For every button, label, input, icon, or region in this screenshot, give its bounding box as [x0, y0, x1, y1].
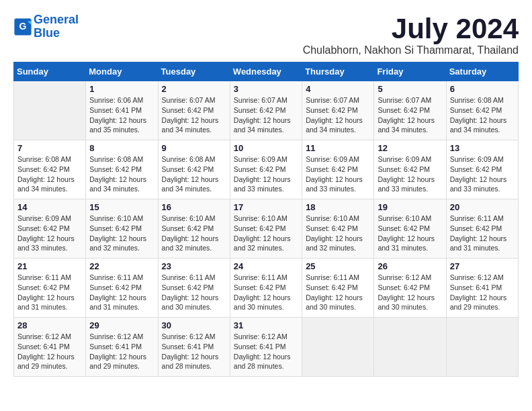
day-number: 26 [378, 261, 442, 271]
day-number: 23 [162, 261, 226, 271]
calendar-cell: 28Sunrise: 6:12 AM Sunset: 6:41 PM Dayli… [14, 318, 86, 377]
day-number: 11 [306, 143, 370, 153]
calendar-cell: 12Sunrise: 6:09 AM Sunset: 6:42 PM Dayli… [374, 140, 446, 199]
calendar-cell: 9Sunrise: 6:08 AM Sunset: 6:42 PM Daylig… [158, 140, 230, 199]
calendar-cell: 2Sunrise: 6:07 AM Sunset: 6:42 PM Daylig… [158, 81, 230, 140]
calendar-cell: 13Sunrise: 6:09 AM Sunset: 6:42 PM Dayli… [446, 140, 518, 199]
week-row-2: 7Sunrise: 6:08 AM Sunset: 6:42 PM Daylig… [14, 140, 519, 199]
calendar-cell: 1Sunrise: 6:06 AM Sunset: 6:41 PM Daylig… [86, 81, 158, 140]
day-info: Sunrise: 6:09 AM Sunset: 6:42 PM Dayligh… [17, 214, 82, 253]
day-info: Sunrise: 6:11 AM Sunset: 6:42 PM Dayligh… [450, 214, 515, 253]
calendar-cell: 14Sunrise: 6:09 AM Sunset: 6:42 PM Dayli… [14, 199, 86, 259]
calendar-body: 1Sunrise: 6:06 AM Sunset: 6:41 PM Daylig… [14, 81, 519, 377]
header-day-wednesday: Wednesday [230, 62, 302, 81]
logo: G General Blue [13, 13, 79, 40]
day-number: 27 [450, 261, 515, 271]
day-number: 9 [162, 143, 226, 153]
day-info: Sunrise: 6:11 AM Sunset: 6:42 PM Dayligh… [89, 273, 154, 312]
day-info: Sunrise: 6:10 AM Sunset: 6:42 PM Dayligh… [234, 214, 298, 253]
day-info: Sunrise: 6:07 AM Sunset: 6:42 PM Dayligh… [162, 95, 226, 135]
day-info: Sunrise: 6:11 AM Sunset: 6:42 PM Dayligh… [306, 273, 370, 312]
day-number: 25 [306, 261, 370, 271]
day-info: Sunrise: 6:12 AM Sunset: 6:41 PM Dayligh… [89, 332, 154, 371]
day-number: 15 [89, 202, 154, 212]
day-info: Sunrise: 6:08 AM Sunset: 6:42 PM Dayligh… [450, 95, 515, 135]
calendar-cell: 15Sunrise: 6:10 AM Sunset: 6:42 PM Dayli… [86, 199, 158, 259]
day-info: Sunrise: 6:09 AM Sunset: 6:42 PM Dayligh… [450, 154, 515, 194]
day-info: Sunrise: 6:08 AM Sunset: 6:42 PM Dayligh… [89, 154, 154, 194]
day-info: Sunrise: 6:12 AM Sunset: 6:41 PM Dayligh… [450, 273, 515, 312]
calendar-cell: 19Sunrise: 6:10 AM Sunset: 6:42 PM Dayli… [374, 199, 446, 259]
day-info: Sunrise: 6:06 AM Sunset: 6:41 PM Dayligh… [89, 95, 154, 135]
day-number: 17 [234, 202, 298, 212]
calendar-cell: 4Sunrise: 6:07 AM Sunset: 6:42 PM Daylig… [302, 81, 374, 140]
calendar-cell: 27Sunrise: 6:12 AM Sunset: 6:41 PM Dayli… [446, 259, 518, 318]
day-info: Sunrise: 6:12 AM Sunset: 6:42 PM Dayligh… [378, 273, 442, 312]
day-number: 5 [378, 84, 442, 94]
day-info: Sunrise: 6:12 AM Sunset: 6:41 PM Dayligh… [162, 332, 226, 371]
logo-line2: Blue [34, 26, 60, 40]
calendar-cell [302, 318, 374, 377]
day-number: 16 [162, 202, 226, 212]
day-number: 1 [89, 84, 154, 94]
day-info: Sunrise: 6:12 AM Sunset: 6:41 PM Dayligh… [17, 332, 82, 371]
day-info: Sunrise: 6:07 AM Sunset: 6:42 PM Dayligh… [306, 95, 370, 135]
week-row-5: 28Sunrise: 6:12 AM Sunset: 6:41 PM Dayli… [14, 318, 519, 377]
header-day-friday: Friday [374, 62, 446, 81]
day-info: Sunrise: 6:10 AM Sunset: 6:42 PM Dayligh… [162, 214, 226, 253]
calendar-cell: 10Sunrise: 6:09 AM Sunset: 6:42 PM Dayli… [230, 140, 302, 199]
day-info: Sunrise: 6:11 AM Sunset: 6:42 PM Dayligh… [162, 273, 226, 312]
day-info: Sunrise: 6:09 AM Sunset: 6:42 PM Dayligh… [378, 154, 442, 194]
calendar-cell [374, 318, 446, 377]
logo-text: General Blue [34, 13, 79, 40]
header-day-monday: Monday [86, 62, 158, 81]
day-number: 14 [17, 202, 82, 212]
day-number: 22 [89, 261, 154, 271]
day-number: 8 [89, 143, 154, 153]
calendar-cell: 17Sunrise: 6:10 AM Sunset: 6:42 PM Dayli… [230, 199, 302, 259]
day-number: 6 [450, 84, 515, 94]
day-number: 18 [306, 202, 370, 212]
day-number: 3 [234, 84, 298, 94]
day-number: 12 [378, 143, 442, 153]
day-number: 21 [17, 261, 82, 271]
day-info: Sunrise: 6:08 AM Sunset: 6:42 PM Dayligh… [162, 154, 226, 194]
day-info: Sunrise: 6:07 AM Sunset: 6:42 PM Dayligh… [378, 95, 442, 135]
calendar-cell: 8Sunrise: 6:08 AM Sunset: 6:42 PM Daylig… [86, 140, 158, 199]
calendar-cell: 16Sunrise: 6:10 AM Sunset: 6:42 PM Dayli… [158, 199, 230, 259]
subtitle: Chulabhorn, Nakhon Si Thammarat, Thailan… [303, 44, 519, 56]
header-day-saturday: Saturday [446, 62, 518, 81]
day-info: Sunrise: 6:09 AM Sunset: 6:42 PM Dayligh… [234, 154, 298, 194]
day-number: 29 [89, 320, 154, 330]
header-day-thursday: Thursday [302, 62, 374, 81]
calendar-cell: 23Sunrise: 6:11 AM Sunset: 6:42 PM Dayli… [158, 259, 230, 318]
calendar-header: SundayMondayTuesdayWednesdayThursdayFrid… [14, 62, 519, 81]
calendar-cell: 6Sunrise: 6:08 AM Sunset: 6:42 PM Daylig… [446, 81, 518, 140]
day-number: 13 [450, 143, 515, 153]
calendar-cell: 21Sunrise: 6:11 AM Sunset: 6:42 PM Dayli… [14, 259, 86, 318]
day-number: 31 [234, 320, 298, 330]
calendar-table: SundayMondayTuesdayWednesdayThursdayFrid… [13, 62, 519, 377]
calendar-cell: 26Sunrise: 6:12 AM Sunset: 6:42 PM Dayli… [374, 259, 446, 318]
day-info: Sunrise: 6:10 AM Sunset: 6:42 PM Dayligh… [306, 214, 370, 253]
month-title: July 2024 [303, 13, 519, 44]
day-number: 4 [306, 84, 370, 94]
calendar-cell: 22Sunrise: 6:11 AM Sunset: 6:42 PM Dayli… [86, 259, 158, 318]
day-info: Sunrise: 6:11 AM Sunset: 6:42 PM Dayligh… [234, 273, 298, 312]
day-info: Sunrise: 6:08 AM Sunset: 6:42 PM Dayligh… [17, 154, 82, 194]
calendar-cell: 31Sunrise: 6:12 AM Sunset: 6:41 PM Dayli… [230, 318, 302, 377]
calendar-cell: 7Sunrise: 6:08 AM Sunset: 6:42 PM Daylig… [14, 140, 86, 199]
calendar-cell: 3Sunrise: 6:07 AM Sunset: 6:42 PM Daylig… [230, 81, 302, 140]
day-number: 7 [17, 143, 82, 153]
logo-icon: G [13, 17, 32, 36]
day-number: 19 [378, 202, 442, 212]
day-info: Sunrise: 6:12 AM Sunset: 6:41 PM Dayligh… [234, 332, 298, 371]
calendar-cell [14, 81, 86, 140]
day-number: 20 [450, 202, 515, 212]
title-block: July 2024 Chulabhorn, Nakhon Si Thammara… [303, 13, 519, 56]
day-number: 10 [234, 143, 298, 153]
week-row-3: 14Sunrise: 6:09 AM Sunset: 6:42 PM Dayli… [14, 199, 519, 259]
day-info: Sunrise: 6:09 AM Sunset: 6:42 PM Dayligh… [306, 154, 370, 194]
day-info: Sunrise: 6:07 AM Sunset: 6:42 PM Dayligh… [234, 95, 298, 135]
page-header: G General Blue July 2024 Chulabhorn, Nak… [13, 13, 519, 56]
